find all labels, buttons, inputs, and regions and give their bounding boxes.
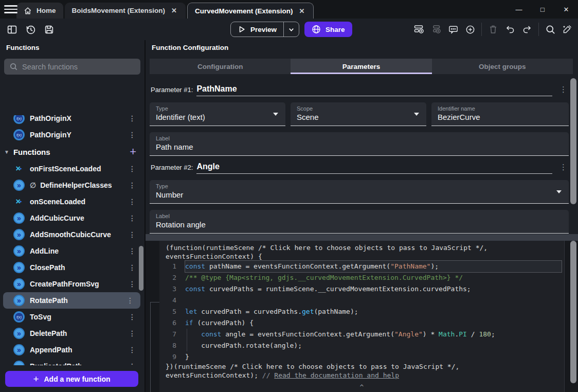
undo-icon[interactable]	[504, 24, 516, 35]
void-return-icon: ∅	[30, 181, 36, 189]
item-menu-icon[interactable]: ⋮	[129, 115, 136, 122]
item-menu-icon[interactable]: ⋮	[129, 362, 136, 365]
function-item-closepath[interactable]: »ClosePath⋮	[0, 259, 142, 276]
item-menu-icon[interactable]: ⋮	[129, 214, 136, 222]
collapse-event-caret[interactable]: ^	[360, 383, 364, 391]
parameters-scrollbar[interactable]	[570, 78, 576, 204]
code-line-2[interactable]: 2/** @type {Map<string, gdjs.__curvedMov…	[159, 272, 564, 283]
redo-icon[interactable]	[521, 24, 533, 35]
code-scrollbar[interactable]	[570, 241, 576, 383]
code-line-content[interactable]: const angle = eventsFunctionContext.getA…	[185, 329, 562, 340]
theme-brush-icon[interactable]	[562, 24, 573, 35]
code-line-content[interactable]: const pathName = eventsFunctionContext.g…	[185, 261, 562, 272]
item-menu-icon[interactable]: ⋮	[127, 296, 134, 305]
parameter-name-input[interactable]: PathName	[196, 84, 552, 96]
sidebar-scrollbar[interactable]	[139, 246, 143, 291]
event-indent-line	[150, 302, 151, 392]
function-item-rotatepath[interactable]: »RotatePath⋮	[3, 292, 140, 309]
code-line-1[interactable]: 1const pathName = eventsFunctionContext.…	[159, 261, 564, 272]
tab-curvedmovement-extension[interactable]: CurvedMovement (Extension)✕	[187, 3, 314, 19]
add-other-icon[interactable]	[464, 24, 476, 35]
item-menu-icon[interactable]: ⋮	[129, 181, 136, 189]
code-line-5[interactable]: 5let curvedPath = curvedPaths.get(pathNa…	[159, 306, 564, 317]
add-comment-icon[interactable]	[447, 24, 459, 35]
function-item-onfirstsceneloaded[interactable]: ×‣onFirstSceneLoaded⋮	[0, 161, 142, 177]
item-menu-icon[interactable]: ⋮	[129, 313, 136, 321]
parameter-menu-icon[interactable]: ⋮	[559, 85, 568, 96]
function-item-pathoriginx[interactable]: f(x)PathOriginX⋮	[0, 115, 142, 127]
code-line-content[interactable]: const curvedPaths = runtimeScene.__curve…	[185, 283, 562, 295]
function-item-deletepath[interactable]: »DeletePath⋮	[0, 325, 142, 342]
preview-button[interactable]: Preview	[231, 25, 283, 33]
code-line-8[interactable]: 8 curvedPath.rotate(angle);	[159, 340, 564, 351]
code-wrapper-footer-line[interactable]: })(runtimeScene /* Click here to choose …	[159, 363, 564, 371]
code-line-content[interactable]: }	[185, 351, 562, 363]
preview-options-dropdown[interactable]	[284, 26, 299, 33]
identifier-name-field[interactable]: Identifier nameBezierCurve	[431, 102, 569, 126]
label-field[interactable]: LabelPath name	[150, 132, 569, 156]
scope-select[interactable]: ScopeScene	[291, 102, 426, 126]
function-item-definehelperclasses[interactable]: »∅DefineHelperClasses⋮	[0, 177, 142, 193]
item-menu-icon[interactable]: ⋮	[129, 329, 136, 337]
item-menu-icon[interactable]: ⋮	[129, 346, 136, 354]
code-line-9[interactable]: 9}	[159, 351, 564, 363]
label-field[interactable]: LabelRotation angle	[150, 210, 569, 234]
add-event-icon[interactable]	[413, 24, 425, 35]
code-line-3[interactable]: 3const curvedPaths = runtimeScene.__curv…	[159, 283, 564, 295]
type-select[interactable]: TypeIdentifier (text)	[150, 102, 285, 126]
code-line-content[interactable]: let curvedPath = curvedPaths.get(pathNam…	[185, 306, 562, 317]
item-menu-icon[interactable]: ⋮	[129, 280, 136, 288]
window-close-button[interactable]: ✕	[554, 6, 578, 13]
toggle-panels-icon[interactable]	[6, 24, 17, 35]
code-wrapper-header-line[interactable]: eventsFunctionContext) {	[159, 253, 564, 261]
function-item-addline[interactable]: »AddLine⋮	[0, 243, 142, 259]
function-item-tosvg[interactable]: f(x)ToSvg⋮	[0, 309, 142, 325]
tab-home[interactable]: Home	[16, 3, 63, 19]
close-tab-icon[interactable]: ✕	[170, 6, 178, 15]
main-menu-button[interactable]	[4, 4, 17, 15]
add-function-button[interactable]: + Add a new function	[5, 371, 138, 387]
function-item-createpathfromsvg[interactable]: »CreatePathFromSvg⋮	[0, 276, 142, 292]
item-menu-icon[interactable]: ⋮	[129, 230, 136, 239]
code-line-content[interactable]: curvedPath.rotate(angle);	[185, 340, 562, 351]
function-item-pathoriginy[interactable]: f(x)PathOriginY⋮	[0, 127, 142, 143]
function-item-onsceneloaded[interactable]: ×‣onSceneLoaded⋮	[0, 193, 142, 210]
history-icon[interactable]	[25, 24, 36, 35]
function-item-addsmoothcubiccurve[interactable]: »AddSmoothCubicCurve⋮	[0, 226, 142, 243]
function-item-duplicatedpath[interactable]: »DuplicatedPath⋮	[0, 358, 142, 365]
code-wrapper-footer-line[interactable]: eventsFunctionContext); // Read the docu…	[159, 371, 564, 380]
function-item-addcubiccurve[interactable]: »AddCubicCurve⋮	[0, 210, 142, 226]
code-wrapper-header-line[interactable]: (function(runtimeScene /* Click here to …	[159, 244, 564, 253]
item-menu-icon[interactable]: ⋮	[129, 131, 136, 139]
tab-parameters[interactable]: Parameters	[291, 59, 431, 74]
function-item-appendpath[interactable]: »AppendPath⋮	[0, 342, 142, 358]
code-line-content[interactable]: if (curvedPath) {	[185, 317, 562, 329]
tab-object-groups[interactable]: Object groups	[432, 59, 573, 74]
type-select[interactable]: TypeNumber	[150, 180, 569, 204]
share-button[interactable]: Share	[304, 22, 352, 37]
parameter-menu-icon[interactable]: ⋮	[559, 163, 568, 174]
tab-configuration[interactable]: Configuration	[150, 59, 291, 74]
code-line-content[interactable]: /** @type {Map<string, gdjs.__curvedMove…	[185, 272, 562, 283]
window-maximize-button[interactable]: □	[531, 6, 554, 13]
code-line-7[interactable]: 7 const angle = eventsFunctionContext.ge…	[159, 329, 564, 340]
documentation-link[interactable]: Read the documentation and help	[274, 371, 399, 379]
item-menu-icon[interactable]: ⋮	[129, 165, 136, 173]
save-icon[interactable]	[43, 24, 55, 35]
tab-boidsmovement-extension[interactable]: BoidsMovement (Extension)✕	[65, 3, 186, 19]
code-line-4[interactable]: 4	[159, 295, 564, 306]
item-menu-icon[interactable]: ⋮	[129, 247, 136, 255]
close-tab-icon[interactable]: ✕	[297, 6, 306, 16]
add-function-plus-icon[interactable]: +	[130, 146, 136, 157]
collapse-triangle-icon[interactable]: ▼	[4, 149, 9, 155]
code-line-content[interactable]	[185, 295, 562, 306]
code-editor[interactable]: (function(runtimeScene /* Click here to …	[159, 241, 565, 392]
parameter-name-input[interactable]: Angle	[196, 162, 552, 174]
functions-group-header[interactable]: ▼Functions+	[0, 143, 142, 161]
item-menu-icon[interactable]: ⋮	[129, 198, 136, 206]
item-menu-icon[interactable]: ⋮	[129, 263, 136, 272]
window-minimize-button[interactable]: —	[507, 6, 531, 13]
search-icon[interactable]	[545, 24, 556, 35]
code-line-6[interactable]: 6if (curvedPath) {	[159, 317, 564, 329]
search-functions-input[interactable]	[22, 63, 135, 71]
